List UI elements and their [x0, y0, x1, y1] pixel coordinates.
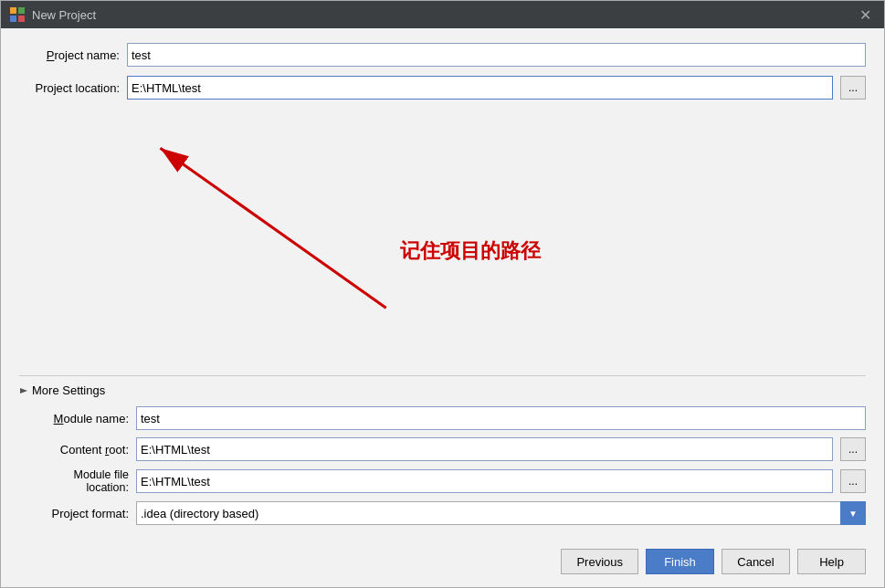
- content-root-label: Content root:: [28, 443, 129, 457]
- project-format-label: Project format:: [28, 507, 129, 520]
- title-bar: New Project ✕: [1, 1, 884, 28]
- previous-button[interactable]: Previous: [561, 549, 638, 574]
- project-name-label: Project name:: [19, 48, 120, 62]
- title-bar-left: New Project: [10, 7, 96, 22]
- finish-button[interactable]: Finish: [646, 549, 714, 574]
- project-format-select[interactable]: .idea (directory based) .ipr (file based…: [136, 501, 866, 525]
- svg-rect-2: [10, 16, 16, 22]
- more-settings-section: More Settings Module name: Content root:: [19, 375, 866, 525]
- project-name-input[interactable]: [127, 43, 866, 67]
- project-location-label: Project location:: [19, 81, 120, 95]
- dialog-body: Project name: Project location: ...: [1, 28, 884, 540]
- project-format-row: Project format: .idea (directory based) …: [28, 501, 866, 525]
- module-name-input[interactable]: [136, 406, 866, 430]
- collapse-icon: [19, 386, 28, 395]
- dialog-footer: Previous Finish Cancel Help: [1, 540, 884, 587]
- content-root-browse-button[interactable]: ...: [840, 437, 866, 461]
- svg-marker-6: [20, 388, 27, 394]
- svg-line-5: [161, 148, 386, 308]
- new-project-dialog: New Project ✕ Project name: Project loca…: [0, 0, 885, 588]
- module-file-location-label: Module file location:: [28, 468, 129, 494]
- svg-rect-0: [10, 7, 16, 14]
- project-name-row: Project name:: [19, 43, 866, 67]
- project-location-input[interactable]: [127, 76, 833, 100]
- annotation-area: 记住项目的路径: [19, 109, 866, 366]
- module-file-location-input[interactable]: [136, 469, 833, 493]
- annotation-text: 记住项目的路径: [400, 237, 541, 265]
- more-settings-label: More Settings: [32, 383, 105, 397]
- module-file-location-browse-button[interactable]: ...: [840, 469, 866, 493]
- svg-rect-1: [18, 7, 25, 14]
- more-settings-header[interactable]: More Settings: [19, 383, 866, 397]
- new-project-icon: [10, 7, 25, 22]
- content-root-row: Content root: ...: [28, 437, 866, 461]
- cancel-button[interactable]: Cancel: [722, 549, 790, 574]
- project-location-row: Project location: ...: [19, 76, 866, 100]
- module-name-label: Module name:: [28, 412, 129, 425]
- project-format-dropdown-wrapper: .idea (directory based) .ipr (file based…: [136, 501, 866, 525]
- help-button[interactable]: Help: [797, 549, 866, 574]
- module-file-location-row: Module file location: ...: [28, 468, 866, 494]
- project-location-browse-button[interactable]: ...: [840, 76, 866, 100]
- dialog-title: New Project: [32, 8, 96, 22]
- more-settings-fields: Module name: Content root: ... Module fi…: [19, 406, 866, 525]
- module-name-row: Module name:: [28, 406, 866, 430]
- svg-rect-3: [18, 16, 25, 22]
- close-button[interactable]: ✕: [855, 5, 875, 25]
- content-root-input[interactable]: [136, 437, 833, 461]
